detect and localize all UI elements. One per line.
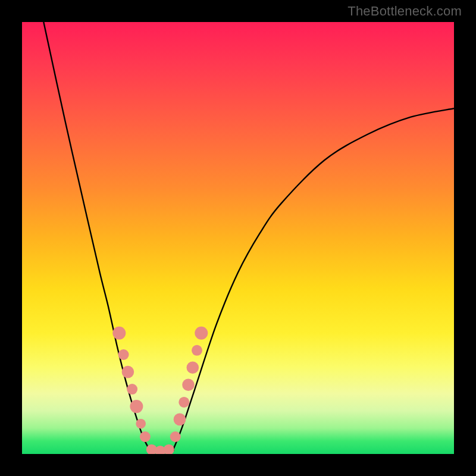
data-marker [192,345,202,356]
data-marker [195,327,208,340]
data-marker [178,397,189,408]
data-marker [118,349,129,360]
watermark-text: TheBottleneck.com [347,4,462,19]
data-marker [170,431,181,442]
data-marker [187,362,199,374]
data-marker [112,327,126,340]
chart-frame: TheBottleneck.com [0,0,476,476]
data-marker [127,384,137,394]
bottleneck-curve [43,22,454,452]
data-marker [122,366,134,378]
data-marker [182,379,195,392]
chart-svg [22,22,454,454]
data-marker [174,414,186,426]
marker-group [112,327,208,454]
data-marker [140,431,151,442]
data-marker [136,419,146,429]
data-marker [130,400,143,413]
plot-area [22,22,454,454]
data-marker [164,444,174,454]
